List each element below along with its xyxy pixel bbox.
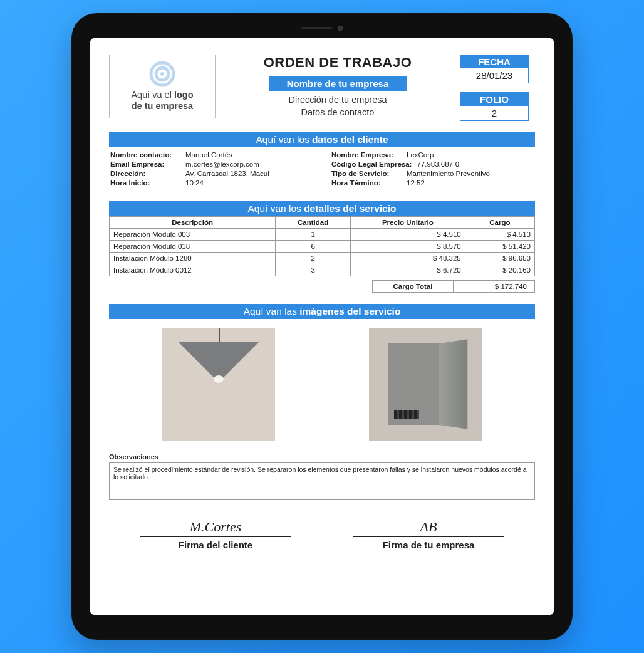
client-field: Nombre Empresa:LexCorp — [331, 150, 534, 159]
section-header-details: Aquí van los detalles del servicio — [109, 201, 535, 216]
fecha-box: FECHA 28/01/23 — [460, 55, 529, 83]
signature-client: M.Cortes Firma del cliente — [140, 519, 291, 550]
company-name-chip: Nombre de tu empresa — [269, 76, 407, 91]
signature-company-label: Firma de tu empresa — [353, 536, 504, 550]
observaciones-box: Se realizó el procedimiento estándar de … — [109, 462, 535, 500]
observaciones-label: Observaciones — [109, 453, 535, 461]
folio-box: FOLIO 2 — [460, 92, 529, 121]
client-field: Email Empresa:m.cortes@lexcorp.com — [110, 159, 313, 169]
total-label: Cargo Total — [372, 280, 454, 293]
folio-value: 2 — [460, 106, 528, 120]
signature-company-scribble: AB — [353, 519, 504, 535]
client-field: Código Legal Empresa:77.983.687-0 — [331, 159, 534, 169]
table-header: Cantidad — [276, 217, 351, 229]
signature-client-label: Firma del cliente — [140, 536, 291, 550]
table-header: Descripción — [110, 217, 276, 229]
fecha-value: 28/01/23 — [460, 68, 528, 83]
table-header: Cargo — [465, 217, 534, 229]
client-field: Dirección:Av. Carrascal 1823, Macul — [110, 169, 313, 178]
client-field: Hora Inicio:10:24 — [110, 178, 313, 187]
company-contact: Datos de contacto — [227, 107, 449, 119]
total-row: Cargo Total $ 172.740 — [109, 280, 535, 293]
logo-placeholder: Aquí va el logo de tu empresa — [109, 55, 216, 118]
service-image-1 — [162, 328, 275, 441]
signature-client-scribble: M.Cortes — [140, 519, 291, 535]
service-image-2 — [369, 328, 482, 441]
table-row: Reparación Módulo 0186$ 8.570$ 51.420 — [110, 241, 535, 253]
logo-icon — [148, 60, 176, 88]
svg-point-2 — [160, 72, 164, 76]
tablet-camera-bar — [301, 26, 343, 31]
total-value: $ 172.740 — [454, 280, 535, 293]
work-order-document: Aquí va el logo de tu empresa ORDEN DE T… — [90, 38, 554, 615]
table-row: Reparación Módulo 0031$ 4.510$ 4.510 — [110, 229, 535, 241]
signature-company: AB Firma de tu empresa — [353, 519, 504, 550]
client-data-grid: Nombre contacto:Manuel CortésEmail Empre… — [109, 147, 535, 190]
table-row: Instalación Módulo 12802$ 48.325$ 96.650 — [110, 253, 535, 264]
client-field: Tipo de Servicio:Mantenimiento Preventiv… — [331, 169, 534, 178]
table-header: Precio Unitario — [351, 217, 465, 229]
logo-text: Aquí va el logo de tu empresa — [113, 89, 211, 112]
client-field: Nombre contacto:Manuel Cortés — [110, 150, 313, 159]
section-header-client: Aquí van los datos del cliente — [109, 132, 535, 147]
tablet-frame: Aquí va el logo de tu empresa ORDEN DE T… — [71, 13, 573, 640]
company-address: Dirección de tu empresa — [227, 94, 449, 107]
section-header-images: Aquí van las imágenes del servicio — [109, 304, 535, 319]
details-table: DescripciónCantidadPrecio UnitarioCargoR… — [109, 216, 535, 276]
document-title: ORDEN DE TRABAJO — [227, 55, 449, 71]
client-field: Hora Término:12:52 — [331, 178, 534, 187]
folio-label: FOLIO — [460, 93, 528, 106]
table-row: Instalación Módulo 00123$ 6.720$ 20.160 — [110, 264, 535, 276]
fecha-label: FECHA — [460, 55, 528, 68]
